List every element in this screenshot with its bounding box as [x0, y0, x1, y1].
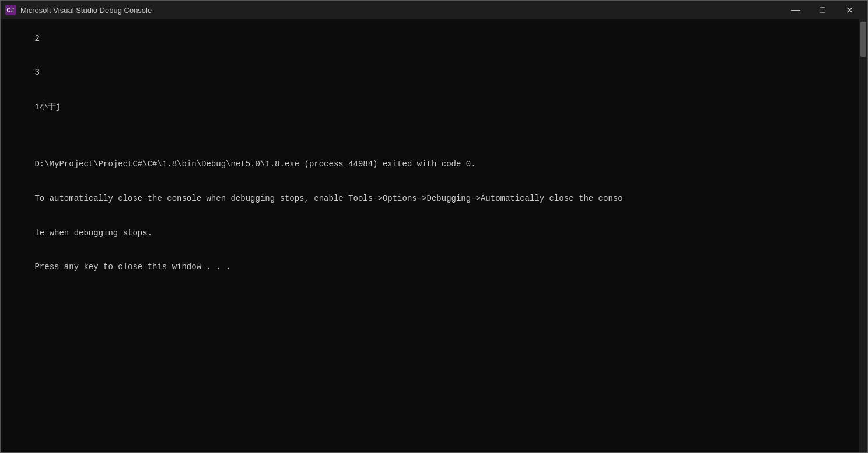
output-line-8: Press any key to close this window . . . — [34, 262, 230, 271]
close-button[interactable]: ✕ — [836, 1, 863, 19]
console-window: C# Microsoft Visual Studio Debug Console… — [0, 0, 868, 453]
output-line-2: 3 — [34, 68, 39, 77]
console-output[interactable]: 2 3 i小于j D:\MyProject\ProjectC#\C#\1.8\b… — [1, 19, 859, 452]
app-icon: C# — [5, 5, 16, 15]
output-line-1: 2 — [34, 34, 39, 43]
output-line-5: D:\MyProject\ProjectC#\C#\1.8\bin\Debug\… — [34, 159, 475, 169]
maximize-button[interactable]: □ — [809, 1, 836, 19]
output-line-3: i小于j — [34, 102, 61, 111]
window-controls: — □ ✕ — [782, 1, 863, 19]
console-area: 2 3 i小于j D:\MyProject\ProjectC#\C#\1.8\b… — [1, 19, 867, 452]
title-bar: C# Microsoft Visual Studio Debug Console… — [1, 1, 867, 19]
window-title: Microsoft Visual Studio Debug Console — [20, 6, 152, 15]
title-bar-left: C# Microsoft Visual Studio Debug Console — [5, 5, 152, 15]
vertical-scrollbar[interactable] — [859, 19, 867, 452]
output-line-6: To automatically close the console when … — [34, 194, 622, 203]
output-line-7: le when debugging stops. — [34, 228, 152, 238]
minimize-button[interactable]: — — [782, 1, 809, 19]
scrollbar-thumb[interactable] — [860, 22, 866, 57]
